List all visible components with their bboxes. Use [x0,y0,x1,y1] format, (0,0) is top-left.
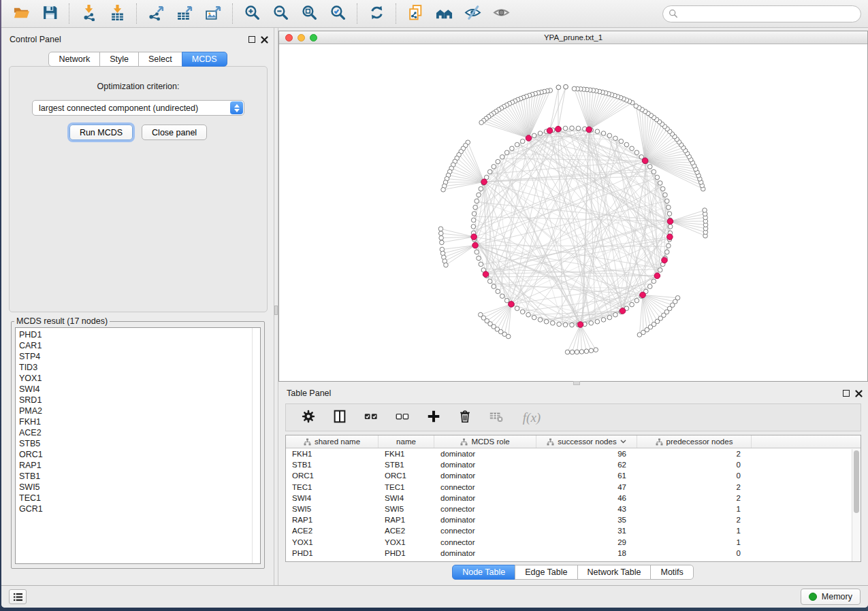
network-node[interactable] [630,146,634,151]
network-node[interactable] [475,199,479,203]
network-node[interactable] [601,318,606,323]
table-row[interactable]: PHD1PHD1dominator180 [286,548,861,559]
network-node[interactable] [675,296,680,301]
network-node[interactable] [510,146,515,151]
network-node[interactable] [515,306,519,311]
delete-entry-button[interactable] [455,408,475,428]
show-columns-button[interactable] [329,408,350,428]
network-node[interactable] [619,139,624,144]
table-row[interactable]: YOX1YOX1connector291 [286,537,861,548]
table-scrollbar[interactable] [852,449,861,561]
network-node[interactable] [595,319,600,324]
network-node[interactable] [666,205,671,210]
mcds-result-item[interactable]: TID3 [19,362,260,373]
mcds-result-item[interactable]: STP4 [19,351,260,362]
mcds-result-item[interactable]: TEC1 [19,493,260,503]
network-node[interactable] [570,323,575,327]
tab-network-table[interactable]: Network Table [577,565,652,580]
network-node[interactable] [664,250,669,254]
network-node[interactable] [440,240,445,245]
tab-select[interactable]: Select [138,52,182,67]
network-node[interactable] [479,120,484,125]
network-node[interactable] [500,154,504,159]
dominator-node[interactable] [620,308,626,314]
network-node[interactable] [634,298,639,303]
table-row[interactable]: TEC1TEC1connector472 [286,482,861,493]
dominator-node[interactable] [483,271,489,278]
network-node[interactable] [438,227,443,231]
first-neighbors-button[interactable] [431,3,457,24]
dominator-node[interactable] [471,234,477,240]
network-node[interactable] [439,235,444,240]
network-node[interactable] [658,268,662,273]
network-node[interactable] [532,133,536,138]
column-header-mcds-role[interactable]: MCDS role [434,435,536,448]
mcds-result-item[interactable]: ORC1 [19,449,260,460]
mcds-result-item[interactable]: YOX1 [19,373,260,384]
network-node[interactable] [652,279,656,284]
network-node[interactable] [570,126,575,131]
network-node[interactable] [655,175,660,180]
network-node[interactable] [487,279,492,284]
network-node[interactable] [668,225,673,229]
network-from-selection-button[interactable] [402,3,428,24]
select-all-button[interactable] [361,408,381,428]
network-node[interactable] [601,131,606,136]
mcds-result-item[interactable]: STB5 [19,438,260,449]
network-node[interactable] [472,212,477,216]
function-builder-button[interactable]: f(x) [517,408,546,428]
settings-button[interactable] [298,408,319,428]
network-node[interactable] [473,205,478,210]
dominator-node[interactable] [556,126,562,132]
network-node[interactable] [663,193,668,197]
column-header-shared-name[interactable]: shared name [286,435,379,448]
dominator-node[interactable] [640,292,646,298]
network-node[interactable] [595,129,600,134]
network-view[interactable] [279,45,867,381]
network-node[interactable] [479,186,483,191]
close-panel-icon[interactable] [261,36,268,44]
network-node[interactable] [607,315,612,320]
network-node[interactable] [594,348,598,352]
network-node[interactable] [500,294,504,299]
network-node[interactable] [624,142,629,147]
network-node[interactable] [496,289,500,294]
mcds-result-list[interactable]: PHD1CAR1STP4TID3YOX1SWI4SRD1PMA2FKH1ACE2… [15,327,261,564]
network-node[interactable] [557,322,562,327]
network-window-titlebar[interactable]: YPA_prune.txt_1 [279,31,867,44]
network-node[interactable] [647,165,652,169]
network-node[interactable] [438,231,443,236]
mcds-result-item[interactable]: STB1 [19,471,260,482]
network-node[interactable] [630,302,634,307]
tab-node-table[interactable]: Node Table [452,565,515,580]
dominator-node[interactable] [577,322,583,328]
search-box[interactable] [662,5,861,22]
network-node[interactable] [550,321,555,326]
mcds-result-item[interactable]: RAP1 [19,460,260,471]
open-session-button[interactable] [8,3,34,24]
table-row[interactable]: ORC1ORC1dominator610 [286,470,861,481]
network-node[interactable] [492,284,496,289]
tab-network[interactable]: Network [48,52,100,67]
network-node[interactable] [634,104,639,109]
network-node[interactable] [570,350,575,354]
table-row[interactable]: STB1STB1dominator620 [286,459,861,470]
dominator-node[interactable] [472,242,479,248]
table-row[interactable]: FKH1FKH1dominator962 [286,448,861,459]
mcds-result-item[interactable]: PHD1 [19,329,260,340]
dominator-node[interactable] [481,179,487,185]
run-mcds-button[interactable]: Run MCDS [69,125,133,140]
network-node[interactable] [520,139,525,144]
splitter-handle-icon[interactable] [274,306,278,315]
scrollbar-thumb[interactable] [854,450,859,513]
network-node[interactable] [556,85,561,90]
network-node[interactable] [613,312,618,317]
network-node[interactable] [504,298,509,303]
zoom-fit-button[interactable] [296,3,322,24]
network-node[interactable] [477,193,481,197]
show-all-button[interactable] [488,3,514,24]
network-node[interactable] [506,334,511,339]
column-header-predecessor-nodes[interactable]: predecessor nodes [637,435,752,448]
mcds-result-item[interactable]: PMA2 [19,406,260,416]
network-node[interactable] [664,199,669,203]
